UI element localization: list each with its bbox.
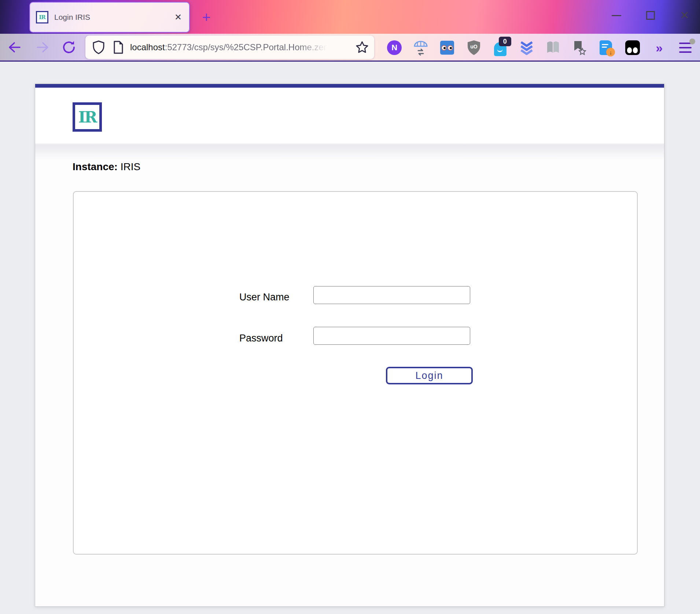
tampermonkey-icon [625, 40, 640, 55]
umbrella-extension-button[interactable] [408, 34, 434, 62]
instance-label: Instance: [73, 161, 118, 172]
window-close-button[interactable]: ✕ [677, 9, 692, 22]
menu-notification-dot [689, 39, 695, 44]
url-host: localhost [130, 42, 165, 52]
url-bar[interactable]: localhost:52773/csp/sys/%25CSP.Portal.Ho… [85, 36, 374, 59]
username-label: User Name [239, 292, 290, 303]
navigation-toolbar: localhost:52773/csp/sys/%25CSP.Portal.Ho… [0, 34, 700, 62]
minimize-icon [612, 15, 621, 16]
bookmark-star-flag-icon [571, 40, 587, 56]
maximize-icon [646, 11, 655, 20]
reload-button[interactable] [59, 36, 79, 59]
ublock-shield-icon: uO [467, 40, 481, 56]
password-label: Password [239, 333, 283, 344]
open-book-icon [545, 40, 561, 55]
tab-bar: IR Login IRIS ✕ + ✕ [0, 0, 700, 34]
iris-favicon: IR [36, 11, 48, 23]
document-download-icon: ↓ [600, 40, 612, 55]
portal-card: IR Instance: IRIS User Name Password Log… [35, 84, 664, 607]
browser-window: IR Login IRIS ✕ + ✕ [0, 0, 700, 614]
header-divider-shadow [35, 145, 664, 160]
library-button[interactable] [540, 34, 566, 62]
bookmark-star-icon[interactable] [355, 40, 369, 54]
tab-title: Login IRIS [54, 13, 171, 22]
iris-logo-text: IR [75, 105, 99, 129]
app-menu-button[interactable] [672, 34, 699, 62]
googly-eyes-extension-button[interactable] [434, 34, 460, 62]
forward-arrow-icon [34, 39, 51, 55]
instance-line: Instance: IRIS [73, 161, 140, 173]
overflow-chevrons-icon: » [656, 41, 662, 55]
login-button[interactable]: Login [386, 367, 473, 384]
page-info-icon[interactable] [112, 40, 124, 55]
iris-favicon-text: IR [37, 12, 47, 22]
triple-chevron-icon [519, 40, 534, 55]
forward-button[interactable] [32, 36, 53, 59]
url-text[interactable]: localhost:52773/csp/sys/%25CSP.Portal.Ho… [130, 42, 355, 52]
card-top-accent-bar [35, 84, 664, 88]
login-form-panel: User Name Password Login [73, 191, 638, 555]
shield-icon[interactable] [92, 40, 105, 55]
bookmark-manager-button[interactable] [566, 34, 593, 62]
card-header: IR [35, 88, 664, 144]
page-background: IR Instance: IRIS User Name Password Log… [0, 62, 700, 614]
back-arrow-icon [7, 39, 23, 55]
chevrons-extension-button[interactable] [513, 34, 540, 62]
umbrella-sync-icon [413, 40, 428, 56]
new-tab-button[interactable]: + [198, 10, 215, 25]
window-maximize-button[interactable] [643, 9, 658, 22]
url-path: :52773/csp/sys/%25CSP.Portal.Home.zen [165, 42, 328, 52]
password-input[interactable] [313, 327, 470, 345]
googly-eyes-icon [440, 41, 454, 55]
ublock-origin-button[interactable]: uO [461, 34, 487, 62]
window-minimize-button[interactable] [609, 9, 624, 22]
username-input[interactable] [313, 286, 470, 304]
back-button[interactable] [4, 36, 25, 59]
svg-text:uO: uO [470, 44, 478, 50]
tampermonkey-button[interactable] [619, 34, 646, 62]
instance-value: IRIS [121, 161, 140, 172]
ghostery-button[interactable]: 0 [487, 34, 513, 62]
hamburger-menu-icon [679, 42, 692, 53]
iris-logo: IR [73, 102, 102, 132]
extension-toolbar: N uO 0 [381, 34, 699, 62]
reload-icon [60, 39, 77, 56]
tab-close-icon[interactable]: ✕ [171, 10, 185, 25]
toolbar-overflow-button[interactable]: » [646, 34, 672, 62]
save-page-extension-button[interactable]: ↓ [593, 34, 619, 62]
ghostery-badge: 0 [499, 37, 511, 46]
n-extension-icon: N [387, 40, 402, 55]
window-close-icon: ✕ [680, 10, 689, 21]
n-extension-button[interactable]: N [381, 34, 408, 62]
tab-login-iris[interactable]: IR Login IRIS ✕ [29, 2, 190, 33]
